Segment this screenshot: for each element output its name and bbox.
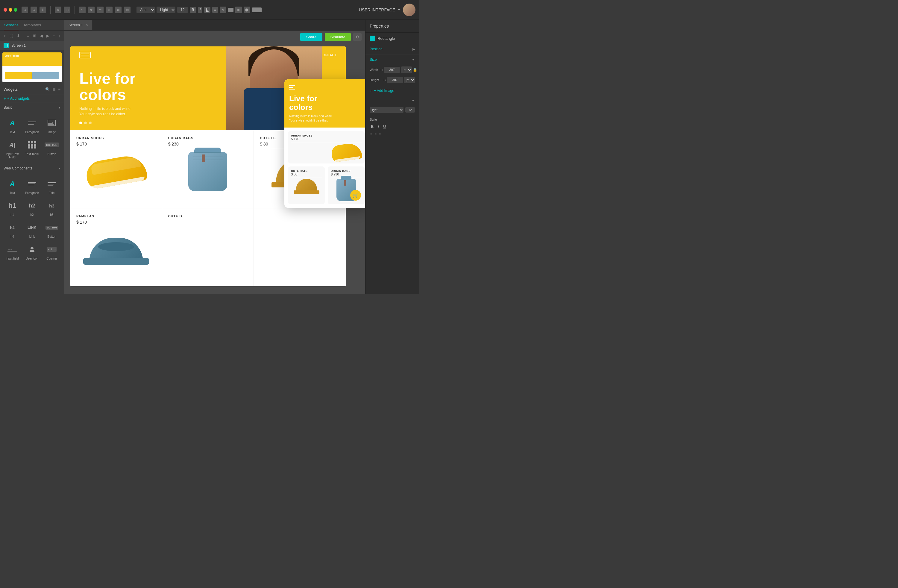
add-image-btn[interactable]: + + Add Image xyxy=(366,85,419,96)
widgets-list-btn[interactable]: ≡ xyxy=(58,87,60,92)
ui-chevron[interactable]: ▾ xyxy=(398,8,400,12)
new-file-icon[interactable]: □ xyxy=(22,6,28,13)
widget-input-field[interactable]: — - Input field xyxy=(2,241,22,263)
basic-group-header[interactable]: Basic ▾ xyxy=(0,103,64,112)
image-widget-icon xyxy=(46,117,58,129)
hero-dot-2[interactable] xyxy=(84,122,87,124)
style-underline-btn[interactable]: U xyxy=(382,124,387,129)
panel-font-weight-select[interactable]: ight xyxy=(370,107,403,113)
mobile-cart-btn[interactable]: 🛒 xyxy=(350,190,361,200)
widget-button[interactable]: BUTTON Button xyxy=(42,136,62,162)
screen-grid-btn[interactable]: ⊞ xyxy=(32,33,37,38)
color-icon[interactable] xyxy=(228,8,234,12)
screen-frame-btn[interactable]: ⬚ xyxy=(8,33,14,38)
zoom-icon[interactable]: ⊕ xyxy=(88,6,95,13)
user-avatar[interactable] xyxy=(403,4,415,16)
widget-wc-paragraph[interactable]: Paragraph xyxy=(22,175,42,197)
widget-user-icon[interactable]: User icon xyxy=(22,241,42,263)
widget-h2[interactable]: h2 h2 xyxy=(22,197,42,219)
add-screen-btn[interactable]: + xyxy=(2,33,7,38)
widget-wc-text[interactable]: A Text xyxy=(2,175,22,197)
underline-btn[interactable]: U xyxy=(204,7,211,13)
cursor-icon[interactable]: ↖ xyxy=(79,6,86,13)
mobile-shoes-row: URBAN SHOES $ 170 xyxy=(288,131,364,163)
width-input[interactable] xyxy=(384,67,400,73)
hero-title: Live for colors xyxy=(79,70,135,103)
minimize-dot[interactable] xyxy=(9,8,12,12)
maximize-dot[interactable] xyxy=(14,8,17,12)
tab-screens[interactable]: Screens xyxy=(4,23,18,30)
style-italic-btn[interactable]: I xyxy=(377,124,380,129)
mobile-hats-name: CUTE HATS xyxy=(291,169,322,172)
hero-dot-1[interactable] xyxy=(79,122,82,124)
stroke-icon[interactable]: ◑ xyxy=(235,6,242,13)
shape-icon[interactable]: ◇ xyxy=(106,6,112,13)
widget-paragraph[interactable]: Paragraph xyxy=(22,114,42,136)
section-chevron-down[interactable]: ▼ xyxy=(366,96,419,105)
mobile-products: URBAN SHOES $ 170 CUTE HATS xyxy=(284,128,365,208)
tab-templates[interactable]: Templates xyxy=(23,23,41,30)
size-header[interactable]: Size ▼ xyxy=(366,54,419,65)
screen-list-btn[interactable]: ≡ xyxy=(26,33,31,38)
screen-item[interactable]: Screen 1 xyxy=(0,41,64,50)
nav-up[interactable]: ↑ xyxy=(52,33,56,38)
width-lock-icon[interactable]: 🔒 xyxy=(413,68,417,72)
canvas-tab-close[interactable]: ✕ xyxy=(85,23,88,27)
screen-save-btn[interactable]: ⬇ xyxy=(15,33,21,38)
hero-dot-3[interactable] xyxy=(89,122,92,124)
component-icon[interactable]: ⊞ xyxy=(115,6,121,13)
device-icon[interactable]: ▭ xyxy=(124,6,131,13)
font-family-select[interactable]: Arial xyxy=(137,6,155,13)
color-swatch[interactable] xyxy=(252,8,261,12)
italic-btn[interactable]: I xyxy=(198,7,202,13)
font-weight-select[interactable]: Light xyxy=(157,6,175,13)
widget-wc-button[interactable]: BUTTON Button xyxy=(42,219,62,241)
text-color-icon[interactable]: A xyxy=(220,6,226,13)
hero-dots xyxy=(79,122,135,124)
widget-image[interactable]: Image xyxy=(42,114,62,136)
align-center-btn[interactable]: ≡ xyxy=(374,131,377,136)
widget-h4[interactable]: h4 h4 xyxy=(2,219,22,241)
nav-prev[interactable]: ◀ xyxy=(38,33,44,38)
align-btn[interactable]: ≡ xyxy=(212,7,218,13)
nav-link-contact[interactable]: CONTACT xyxy=(320,53,337,57)
width-unit-select[interactable]: px xyxy=(401,66,412,73)
widget-h3[interactable]: h3 h3 xyxy=(42,197,62,219)
widget-text[interactable]: A Text xyxy=(2,114,22,136)
widget-input-text-field[interactable]: A| Input Text Field xyxy=(2,136,22,162)
settings-button[interactable]: ⚙ xyxy=(353,33,361,41)
add-widgets-btn[interactable]: + + Add widgets xyxy=(0,94,64,103)
align-left-btn[interactable]: ≡ xyxy=(370,131,373,136)
nav-down[interactable]: ↓ xyxy=(57,33,62,38)
position-header[interactable]: Position ▶ xyxy=(366,44,419,54)
font-size-input[interactable] xyxy=(177,7,188,13)
widgets-grid-btn[interactable]: ⊞ xyxy=(52,87,56,92)
panel-font-size-input[interactable] xyxy=(405,107,415,112)
height-unit-select[interactable]: px xyxy=(404,77,415,83)
open-icon[interactable]: ⊡ xyxy=(31,6,37,13)
nav-next-right[interactable]: ▶ xyxy=(45,33,51,38)
bold-btn[interactable]: B xyxy=(190,7,196,13)
widget-counter[interactable]: - 1 + Counter xyxy=(42,241,62,263)
product-price-shoes: $ 170 xyxy=(76,142,156,149)
style-bold-btn[interactable]: B xyxy=(370,124,375,129)
canvas-tab-screen1[interactable]: Screen 1 ✕ xyxy=(65,20,92,30)
share-button[interactable]: Share xyxy=(300,33,323,41)
shadow-icon[interactable]: ⬤ xyxy=(244,6,250,13)
widget-wc-title[interactable]: Title xyxy=(42,175,62,197)
simulate-button[interactable]: Simulate xyxy=(325,33,351,41)
copy-icon[interactable]: ⧉ xyxy=(55,6,62,13)
pen-icon[interactable]: ✏ xyxy=(97,6,103,13)
height-input[interactable] xyxy=(387,77,403,83)
widgets-search-btn[interactable]: 🔍 xyxy=(45,87,50,92)
h2-label: h2 xyxy=(30,213,34,217)
text-widget-icon: A xyxy=(6,117,18,129)
close-dot[interactable] xyxy=(4,8,7,12)
web-components-group-header[interactable]: Web Components ▾ xyxy=(0,164,64,173)
frame-icon[interactable]: ⬚ xyxy=(64,6,70,13)
save-icon[interactable]: ⬇ xyxy=(40,6,46,13)
align-right-btn[interactable]: ≡ xyxy=(378,131,381,136)
widget-link[interactable]: LINK Link xyxy=(22,219,42,241)
widget-text-table[interactable]: Text Table xyxy=(22,136,42,162)
widget-h1[interactable]: h1 h1 xyxy=(2,197,22,219)
